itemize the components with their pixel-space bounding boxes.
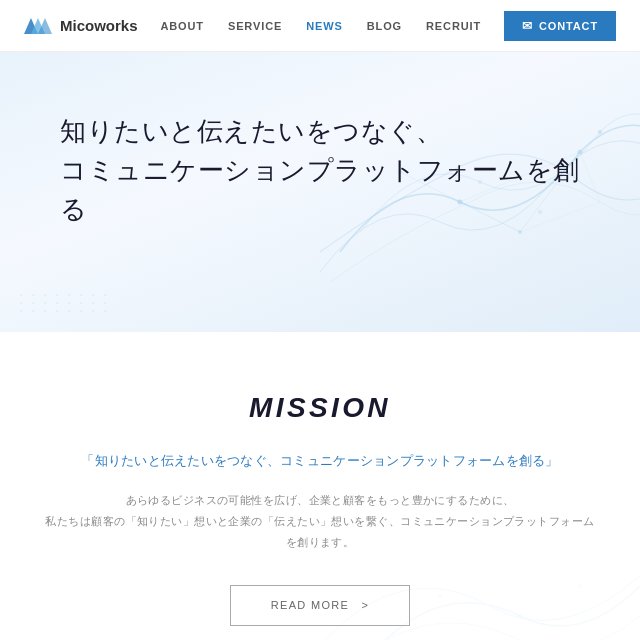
logo-area[interactable]: Micoworks [24,14,138,38]
mission-desc: あらゆるビジネスの可能性を広げ、企業と顧客をもっと豊かにするために、 私たちは顧… [40,490,600,553]
logo-icon [24,14,52,38]
nav-news[interactable]: NEWS [306,20,343,32]
hero-title: 知りたいと伝えたいをつなぐ、 コミュニケーションプラットフォームを創る [60,112,580,229]
svg-point-4 [518,230,522,234]
mission-tagline: 「知りたいと伝えたいをつなぐ、コミュニケーションプラットフォームを創る」 [40,452,600,470]
site-header: Micoworks ABOUT SERVICE NEWS BLOG RECRUI… [0,0,640,52]
mail-icon: ✉ [522,19,533,33]
logo-text: Micoworks [60,17,138,34]
mission-section: MISSION 「知りたいと伝えたいをつなぐ、コミュニケーションプラットフォーム… [0,332,640,640]
hero-line2: コミュニケーションプラットフォームを創る [60,151,580,229]
nav-service[interactable]: SERVICE [228,20,282,32]
mission-desc-line2: 私たちは顧客の「知りたい」想いと企業の「伝えたい」想いを繋ぐ、コミュニケーション… [45,515,594,548]
nav-about[interactable]: ABOUT [160,20,204,32]
main-nav: ABOUT SERVICE NEWS BLOG RECRUIT [160,20,481,32]
read-more-button[interactable]: READ MORE > [230,585,411,626]
svg-point-14 [438,594,442,598]
contact-label: CONTACT [539,20,598,32]
contact-button[interactable]: ✉ CONTACT [504,11,616,41]
hero-line1: 知りたいと伝えたいをつなぐ、 [60,112,580,151]
nav-recruit[interactable]: RECRUIT [426,20,481,32]
svg-point-13 [518,614,522,618]
mission-title: MISSION [40,392,600,424]
svg-point-15 [578,584,582,588]
nav-blog[interactable]: BLOG [367,20,402,32]
dots-decoration [20,294,110,312]
svg-point-9 [598,130,602,134]
mission-desc-line1: あらゆるビジネスの可能性を広げ、企業と顧客をもっと豊かにするために、 [126,494,515,506]
hero-section: 知りたいと伝えたいをつなぐ、 コミュニケーションプラットフォームを創る [0,52,640,332]
